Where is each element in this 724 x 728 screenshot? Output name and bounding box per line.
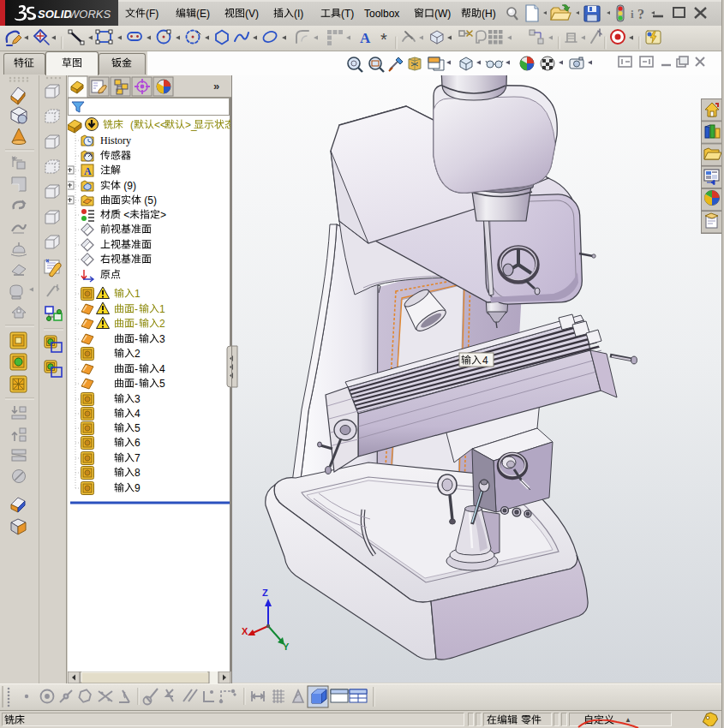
svg-text:i: i (631, 8, 634, 21)
svg-text:A: A (360, 30, 371, 46)
svg-text:?: ? (637, 7, 644, 21)
svg-text:*: * (380, 30, 387, 49)
